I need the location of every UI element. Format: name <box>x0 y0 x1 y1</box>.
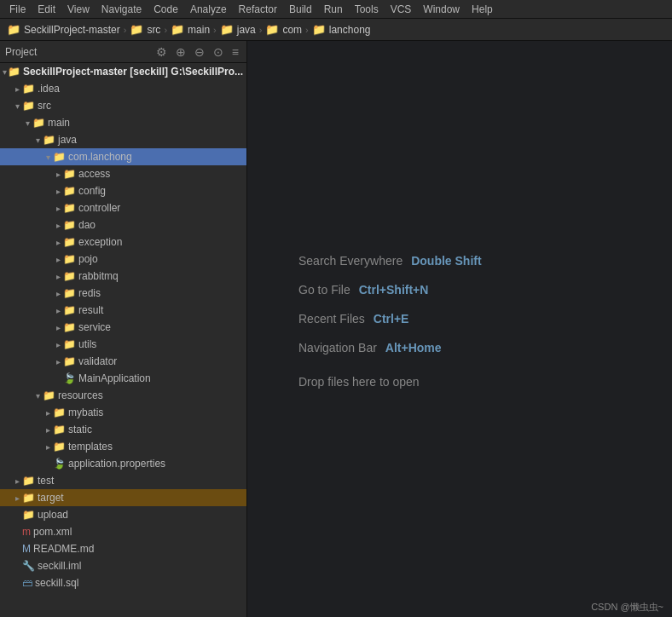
main-application-label: MainApplication <box>78 372 151 384</box>
hint-drop-files: Drop files here to open <box>298 370 420 389</box>
tree-item-utils[interactable]: 📁 utils <box>0 336 246 353</box>
menu-vcs[interactable]: VCS <box>385 2 418 17</box>
breadcrumb-project[interactable]: SeckillProject-master <box>24 24 120 36</box>
pojo-label: pojo <box>78 253 98 265</box>
breadcrumb-java[interactable]: java <box>237 24 256 36</box>
java-folder-icon: 📁 <box>43 134 55 146</box>
tree-item-upload[interactable]: 📁 upload <box>0 506 246 523</box>
readme-icon: M <box>22 543 31 555</box>
menu-window[interactable]: Window <box>417 2 466 17</box>
menu-analyze[interactable]: Analyze <box>184 2 233 17</box>
tree-item-redis[interactable]: 📁 redis <box>0 285 246 302</box>
resources-arrow <box>32 391 43 401</box>
utils-folder-icon: 📁 <box>63 338 76 350</box>
sidebar-settings-icon[interactable]: ⚙ <box>154 44 170 60</box>
tree-item-java[interactable]: 📁 java <box>0 131 246 148</box>
tree-item-application-properties[interactable]: 🍃 application.properties <box>0 455 246 472</box>
java-arrow <box>32 136 43 145</box>
menu-run[interactable]: Run <box>318 2 349 17</box>
com-lanchong-folder-icon: 📁 <box>53 151 66 163</box>
java-label: java <box>58 134 77 146</box>
tree-root[interactable]: 📁 SeckillProject-master [seckill] G:\Sec… <box>0 63 246 80</box>
rabbitmq-folder-icon: 📁 <box>63 270 76 282</box>
tree-item-main[interactable]: 📁 main <box>0 114 246 131</box>
tree-item-idea[interactable]: 📁 .idea <box>0 80 246 97</box>
menu-refactor[interactable]: Refactor <box>233 2 283 17</box>
breadcrumb-src[interactable]: src <box>147 24 160 36</box>
utils-arrow <box>53 340 63 349</box>
upload-label: upload <box>38 509 68 521</box>
test-folder-icon: 📁 <box>22 475 35 487</box>
tree-item-target[interactable]: 📁 target <box>0 489 246 506</box>
menu-build[interactable]: Build <box>283 2 318 17</box>
tree-item-test[interactable]: 📁 test <box>0 472 246 489</box>
breadcrumb-lanchong[interactable]: lanchong <box>329 24 371 36</box>
hint-recent-files: Recent Files Ctrl+E <box>298 312 408 326</box>
hint-search-everywhere-text: Search Everywhere <box>298 254 403 268</box>
menu-tools[interactable]: Tools <box>349 2 385 17</box>
access-folder-icon: 📁 <box>63 168 76 180</box>
tree-item-src[interactable]: 📁 src <box>0 97 246 114</box>
tree-item-readme[interactable]: M README.md <box>0 540 246 557</box>
tree-item-templates[interactable]: 📁 templates <box>0 438 246 455</box>
sidebar-collapse-icon[interactable]: ⊖ <box>192 44 207 60</box>
project-icon: 📁 <box>7 23 20 36</box>
src-folder-icon: 📁 <box>22 100 35 112</box>
hint-navigation-bar: Navigation Bar Alt+Home <box>298 341 442 355</box>
breadcrumb-main[interactable]: main <box>188 24 210 36</box>
folder-icon-src: 📁 <box>130 23 143 36</box>
config-arrow <box>53 187 63 196</box>
tree-item-rabbitmq[interactable]: 📁 rabbitmq <box>0 268 246 285</box>
hint-goto-file-text: Go to File <box>298 283 350 297</box>
tree-item-mybatis[interactable]: 📁 mybatis <box>0 404 246 421</box>
dao-arrow <box>53 221 63 230</box>
utils-label: utils <box>78 338 96 350</box>
tree-item-pojo[interactable]: 📁 pojo <box>0 251 246 268</box>
menu-edit[interactable]: Edit <box>32 2 61 17</box>
iml-icon: 🔧 <box>22 560 35 572</box>
tree-item-static[interactable]: 📁 static <box>0 421 246 438</box>
sidebar: Project ⚙ ⊕ ⊖ ⊙ ≡ 📁 SeckillProject-maste… <box>0 41 247 617</box>
menu-view[interactable]: View <box>61 2 96 17</box>
breadcrumb-sep-0: › <box>124 25 127 35</box>
properties-icon: 🍃 <box>53 458 66 470</box>
access-arrow <box>53 170 63 179</box>
tree-item-access[interactable]: 📁 access <box>0 165 246 182</box>
tree-item-main-application[interactable]: 🍃 MainApplication <box>0 370 246 387</box>
templates-folder-icon: 📁 <box>53 441 66 453</box>
tree-item-iml[interactable]: 🔧 seckill.iml <box>0 557 246 574</box>
tree-item-dao[interactable]: 📁 dao <box>0 216 246 234</box>
tree-item-exception[interactable]: 📁 exception <box>0 234 246 251</box>
sidebar-title: Project <box>5 46 150 58</box>
main-folder-icon: 📁 <box>32 117 45 129</box>
validator-label: validator <box>78 355 117 367</box>
menu-help[interactable]: Help <box>466 2 499 17</box>
main-layout: Project ⚙ ⊕ ⊖ ⊙ ≡ 📁 SeckillProject-maste… <box>0 41 672 617</box>
dao-label: dao <box>78 219 96 231</box>
file-tree[interactable]: 📁 SeckillProject-master [seckill] G:\Sec… <box>0 63 246 617</box>
menu-file[interactable]: File <box>3 2 32 17</box>
tree-item-validator[interactable]: 📁 validator <box>0 353 246 370</box>
tree-item-sql[interactable]: 🗃 seckill.sql <box>0 574 246 591</box>
tree-item-service[interactable]: 📁 service <box>0 319 246 336</box>
tree-item-config[interactable]: 📁 config <box>0 182 246 199</box>
tree-item-result[interactable]: 📁 result <box>0 302 246 319</box>
hint-nav-bar-shortcut: Alt+Home <box>385 341 442 355</box>
redis-folder-icon: 📁 <box>63 287 76 299</box>
tree-item-com-lanchong[interactable]: 📁 com.lanchong <box>0 148 246 165</box>
menu-code[interactable]: Code <box>148 2 184 17</box>
sidebar-scroll-icon[interactable]: ⊙ <box>211 44 226 60</box>
resources-label: resources <box>58 389 103 401</box>
templates-arrow <box>43 442 53 452</box>
breadcrumb-com[interactable]: com <box>282 24 302 36</box>
mybatis-folder-icon: 📁 <box>53 407 66 418</box>
idea-arrow <box>12 84 22 94</box>
redis-label: redis <box>78 287 101 299</box>
sidebar-expand-icon[interactable]: ⊕ <box>173 44 188 60</box>
menu-navigate[interactable]: Navigate <box>96 2 148 17</box>
tree-item-controller[interactable]: 📁 controller <box>0 199 246 216</box>
tree-item-pom[interactable]: m pom.xml <box>0 523 246 540</box>
tree-item-resources[interactable]: 📁 resources <box>0 387 246 404</box>
sidebar-menu-icon[interactable]: ≡ <box>229 44 241 60</box>
config-label: config <box>78 185 106 197</box>
